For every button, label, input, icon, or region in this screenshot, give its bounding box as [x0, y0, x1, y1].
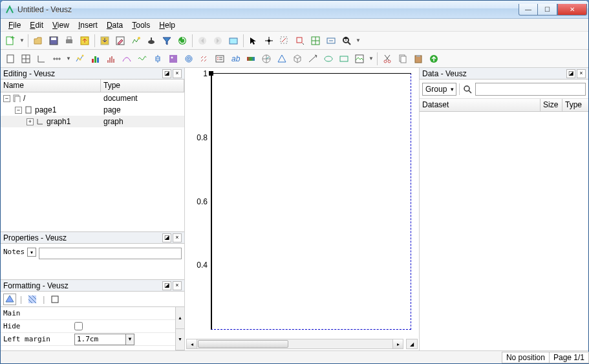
scroll-up-button[interactable]: ▲ — [176, 307, 184, 329]
data-col-type[interactable]: Type — [562, 99, 588, 111]
reset-zoom-button[interactable] — [324, 34, 338, 48]
menu-data[interactable]: Data — [103, 20, 127, 30]
add-ternary-button[interactable] — [275, 52, 289, 66]
data-search-input[interactable] — [475, 83, 586, 96]
add-axis-dropdown[interactable]: ▼ — [65, 56, 72, 61]
filter-data-button[interactable] — [160, 34, 174, 48]
graph-frame[interactable]: 1 0.8 0.6 0.4 — [211, 73, 411, 330]
menu-insert[interactable]: Insert — [74, 20, 102, 30]
data-close-button[interactable]: × — [577, 69, 586, 78]
add-colorbar-button[interactable] — [244, 52, 258, 66]
properties-close-button[interactable]: × — [173, 233, 182, 242]
editing-float-button[interactable]: ◪ — [162, 69, 171, 78]
format-tab-bg[interactable] — [26, 294, 39, 305]
add-imagefile-button[interactable] — [352, 52, 367, 66]
scroll-right-button[interactable]: ▸ — [392, 339, 403, 348]
data-col-dataset[interactable]: Dataset — [420, 99, 541, 111]
print-button[interactable] — [62, 34, 76, 48]
new-doc-button[interactable]: + — [3, 34, 17, 48]
add-function-button[interactable] — [135, 52, 149, 66]
zoom-dropdown[interactable]: ▼ — [355, 37, 361, 43]
data-group-combo[interactable]: Group — [422, 83, 456, 96]
menu-edit[interactable]: Edit — [26, 20, 47, 30]
formatting-close-button[interactable]: × — [173, 281, 182, 290]
save-button[interactable] — [47, 34, 61, 48]
canvas-hscrollbar[interactable]: ◂ ▸ — [186, 339, 403, 349]
left-margin-input[interactable] — [74, 334, 126, 345]
tree-col-name[interactable]: Name — [1, 80, 101, 92]
expand-icon[interactable]: − — [15, 107, 22, 114]
next-page-button[interactable] — [211, 34, 225, 48]
add-shape-dropdown[interactable]: ▼ — [368, 56, 374, 61]
notes-input[interactable] — [39, 248, 182, 259]
properties-float-button[interactable]: ◪ — [162, 233, 171, 242]
add-graph-button[interactable] — [34, 52, 48, 66]
editing-close-button[interactable]: × — [173, 69, 182, 78]
scroll-thumb[interactable] — [198, 340, 288, 348]
format-tab-border[interactable] — [48, 294, 61, 305]
add-boxplot-button[interactable] — [151, 52, 165, 66]
data-float-button[interactable]: ◪ — [566, 69, 575, 78]
recenter-button[interactable] — [308, 34, 323, 48]
plot-canvas[interactable]: 1 0.8 0.6 0.4 — [186, 69, 418, 349]
reload-data-button[interactable] — [175, 34, 189, 48]
tree-body[interactable]: − / document − page1 page — [1, 92, 184, 231]
add-label-button[interactable]: ab — [228, 52, 242, 66]
menu-file[interactable]: File — [5, 20, 25, 30]
add-bar-button[interactable] — [89, 52, 103, 66]
left-margin-combo-button[interactable]: ▼ — [125, 334, 134, 345]
new-doc-dropdown[interactable]: ▼ — [19, 37, 25, 43]
menu-tools[interactable]: Tools — [128, 20, 154, 30]
move-up-button[interactable] — [427, 52, 441, 66]
add-axis-button[interactable] — [50, 52, 64, 66]
paste-button[interactable] — [411, 52, 425, 66]
copy-button[interactable] — [396, 52, 410, 66]
tree-col-type[interactable]: Type — [101, 80, 184, 92]
create-data-button[interactable] — [129, 34, 143, 48]
menu-view[interactable]: View — [48, 20, 73, 30]
add-grid-button[interactable] — [19, 52, 33, 66]
cut-button[interactable] — [380, 52, 394, 66]
menu-help[interactable]: Help — [155, 20, 179, 30]
add-ellipse-button[interactable] — [321, 52, 336, 66]
add-contour-button[interactable] — [182, 52, 196, 66]
hide-checkbox[interactable] — [74, 322, 83, 330]
capture-data-button[interactable] — [144, 34, 158, 48]
expand-icon[interactable]: + — [27, 118, 34, 125]
data-table-body[interactable] — [420, 112, 588, 350]
scroll-left-button[interactable]: ◂ — [187, 339, 197, 348]
add-xy-button[interactable] — [73, 52, 87, 66]
format-tab-main[interactable] — [3, 294, 16, 305]
titlebar[interactable]: Untitled - Veusz — ☐ ✕ — [1, 1, 588, 19]
scroll-down-button[interactable]: ▼ — [176, 329, 184, 351]
format-scroll[interactable]: ▲ ▼ — [175, 307, 184, 350]
maximize-button[interactable]: ☐ — [538, 4, 557, 16]
add-line-button[interactable] — [306, 52, 320, 66]
export-button[interactable] — [78, 34, 92, 48]
prev-page-button[interactable] — [195, 34, 209, 48]
open-button[interactable] — [31, 34, 45, 48]
view-fullscreen-button[interactable] — [226, 34, 241, 48]
notes-dropdown-button[interactable]: ▾ — [27, 248, 36, 257]
tree-row-root[interactable]: − / document — [1, 92, 184, 104]
select-tool-button[interactable] — [246, 34, 261, 48]
add-image-button[interactable] — [166, 52, 180, 66]
expand-icon[interactable]: − — [3, 95, 10, 102]
import-data-button[interactable] — [98, 34, 112, 48]
canvas-corner-button[interactable]: ◢ — [406, 339, 418, 349]
tree-row-graph[interactable]: + graph1 graph — [1, 116, 184, 127]
zoom-menu-button[interactable]: + — [339, 34, 354, 48]
formatting-float-button[interactable]: ◪ — [162, 281, 171, 290]
add-3d-button[interactable] — [290, 52, 305, 66]
add-polar-button[interactable] — [259, 52, 273, 66]
data-col-size[interactable]: Size — [541, 99, 562, 111]
edit-data-button[interactable] — [113, 34, 127, 48]
add-rect-button[interactable] — [337, 52, 351, 66]
read-point-button[interactable] — [262, 34, 276, 48]
tree-row-page[interactable]: − page1 page — [1, 104, 184, 116]
add-key-button[interactable] — [213, 52, 227, 66]
zoom-out-graph-button[interactable] — [293, 34, 307, 48]
minimize-button[interactable]: — — [519, 4, 538, 16]
add-vectorfield-button[interactable] — [197, 52, 211, 66]
add-histogram-button[interactable] — [104, 52, 118, 66]
